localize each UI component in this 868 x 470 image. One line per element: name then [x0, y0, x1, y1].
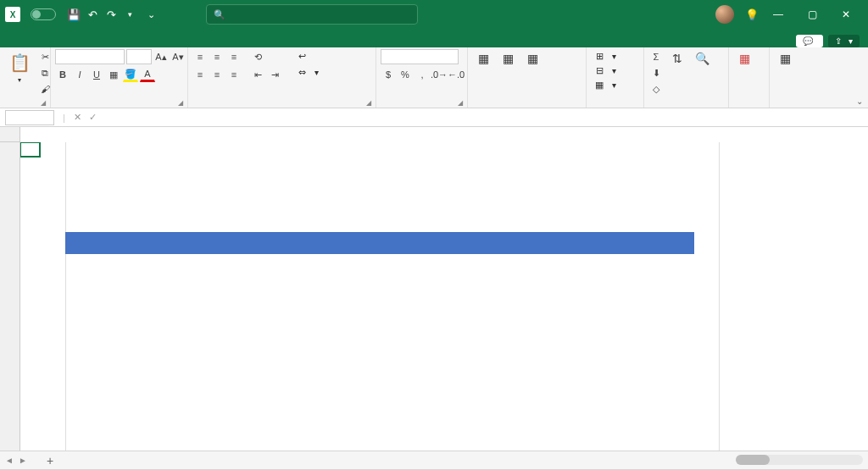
group-alignment: ≡ ≡ ≡ ⟲ ≡ ≡ ≡ ⇤ ⇥ ↩ ⇔ ▾ ◢ — [188, 47, 376, 108]
enter-formula-icon[interactable]: ✓ — [86, 110, 101, 125]
font-color-icon[interactable]: A — [140, 67, 155, 82]
new-sheet-button[interactable]: + — [41, 454, 59, 467]
align-right-icon[interactable]: ≡ — [226, 67, 242, 82]
increase-indent-icon[interactable]: ⇥ — [267, 67, 282, 82]
minimize-button[interactable]: — — [761, 0, 795, 29]
delete-cells-button[interactable]: ⊟ ▾ — [591, 64, 619, 77]
find-select-button[interactable]: 🔍 — [691, 49, 713, 69]
fill-icon[interactable]: ⬇ — [648, 65, 664, 80]
align-center-icon[interactable]: ≡ — [209, 67, 225, 82]
ribbon: 📋▾ ✂ ⧉ 🖌 ◢ A▴ A▾ B I U ▦ 🪣 A — [0, 47, 868, 108]
align-middle-icon[interactable]: ≡ — [209, 49, 225, 64]
title-bar: X 💾 ↶ ↷ ▾ ⌄ 🔍 💡 — ▢ ✕ — [0, 0, 868, 29]
group-number: $ % , .0→ ←.0 ◢ — [376, 47, 468, 108]
increase-font-icon[interactable]: A▴ — [153, 49, 169, 64]
alignment-launcher-icon[interactable]: ◢ — [366, 99, 371, 107]
worksheet[interactable] — [0, 127, 868, 451]
undo-icon[interactable]: ↶ — [83, 5, 102, 24]
number-launcher-icon[interactable]: ◢ — [458, 99, 463, 107]
increase-decimal-icon[interactable]: .0→ — [431, 67, 447, 82]
group-styles: ▦ ▦ ▦ — [468, 47, 587, 108]
close-button[interactable]: ✕ — [829, 0, 863, 29]
format-cells-button[interactable]: ▦ ▾ — [591, 78, 619, 91]
orientation-icon[interactable]: ⟲ — [250, 49, 265, 64]
account-avatar[interactable] — [715, 5, 734, 24]
underline-button[interactable]: U — [89, 67, 104, 82]
bold-button[interactable]: B — [55, 67, 70, 82]
ribbon-tabs: 💬 ⇪ ▾ — [0, 29, 868, 47]
collapse-ribbon-icon[interactable]: ⌄ — [856, 97, 863, 106]
decrease-indent-icon[interactable]: ⇤ — [250, 67, 265, 82]
fx-icon[interactable] — [101, 110, 116, 125]
group-editing: Σ ⬇ ◇ ⇅ 🔍 — [644, 47, 729, 108]
number-format-select[interactable] — [381, 49, 459, 64]
save-icon[interactable]: 💾 — [64, 5, 83, 24]
tab-scroll-right-icon[interactable]: ► — [17, 456, 29, 465]
qat-customize-icon[interactable]: ▾ — [120, 5, 139, 24]
clipboard-launcher-icon[interactable]: ◢ — [41, 99, 46, 107]
formula-bar: | ✕ ✓ — [0, 108, 868, 127]
format-as-table-button[interactable]: ▦ — [497, 49, 519, 69]
horizontal-scrollbar[interactable] — [736, 455, 863, 465]
row-headers[interactable] — [0, 142, 20, 451]
group-font: A▴ A▾ B I U ▦ 🪣 A ◢ — [51, 47, 188, 108]
cancel-formula-icon[interactable]: ✕ — [70, 110, 86, 125]
maximize-button[interactable]: ▢ — [795, 0, 829, 29]
clear-icon[interactable]: ◇ — [648, 81, 664, 97]
calendar-day-headers — [65, 232, 694, 254]
group-clipboard: 📋▾ ✂ ⧉ 🖌 ◢ — [0, 47, 51, 108]
name-box[interactable] — [5, 110, 54, 125]
formula-input[interactable] — [116, 110, 868, 125]
group-analyze: ▦ — [770, 47, 812, 108]
merge-center-button[interactable]: ⇔ ▾ — [293, 65, 321, 79]
addins-button[interactable]: ▦ — [733, 49, 755, 69]
comments-button[interactable]: 💬 — [796, 35, 823, 47]
conditional-formatting-button[interactable]: ▦ — [472, 49, 494, 69]
search-input[interactable]: 🔍 — [206, 4, 418, 25]
paste-button[interactable]: 📋▾ — [4, 49, 35, 86]
font-launcher-icon[interactable]: ◢ — [178, 99, 183, 107]
align-left-icon[interactable]: ≡ — [192, 67, 208, 82]
comma-format-icon[interactable]: , — [415, 67, 430, 82]
sheet-tab-bar: ◄ ► + — [0, 451, 868, 469]
file-name[interactable]: ⌄ — [147, 9, 155, 20]
decrease-font-icon[interactable]: A▾ — [170, 49, 186, 64]
font-size-select[interactable] — [126, 49, 152, 64]
align-bottom-icon[interactable]: ≡ — [226, 49, 242, 64]
borders-icon[interactable]: ▦ — [106, 67, 121, 82]
autosum-icon[interactable]: Σ — [648, 49, 664, 64]
fill-color-icon[interactable]: 🪣 — [123, 67, 138, 82]
share-button[interactable]: ⇪ ▾ — [828, 35, 860, 47]
sort-filter-button[interactable]: ⇅ — [666, 49, 688, 69]
percent-format-icon[interactable]: % — [398, 67, 413, 82]
select-all-corner[interactable] — [0, 127, 20, 142]
insert-cells-button[interactable]: ⊞ ▾ — [591, 49, 619, 63]
active-cell — [20, 142, 41, 158]
decrease-decimal-icon[interactable]: ←.0 — [448, 67, 464, 82]
cell-styles-button[interactable]: ▦ — [521, 49, 543, 69]
autosave-toggle[interactable] — [31, 8, 56, 20]
analyze-data-button[interactable]: ▦ — [774, 49, 796, 69]
excel-icon: X — [5, 7, 20, 22]
font-name-select[interactable] — [55, 49, 125, 64]
italic-button[interactable]: I — [72, 67, 87, 82]
coming-soon-icon[interactable]: 💡 — [743, 5, 761, 24]
group-addins: ▦ — [729, 47, 770, 108]
group-cells: ⊞ ▾ ⊟ ▾ ▦ ▾ — [587, 47, 644, 108]
accounting-format-icon[interactable]: $ — [381, 67, 396, 82]
wrap-text-button[interactable]: ↩ — [293, 49, 321, 63]
align-top-icon[interactable]: ≡ — [192, 49, 208, 64]
tab-scroll-left-icon[interactable]: ◄ — [3, 456, 15, 465]
redo-icon[interactable]: ↷ — [102, 5, 120, 24]
